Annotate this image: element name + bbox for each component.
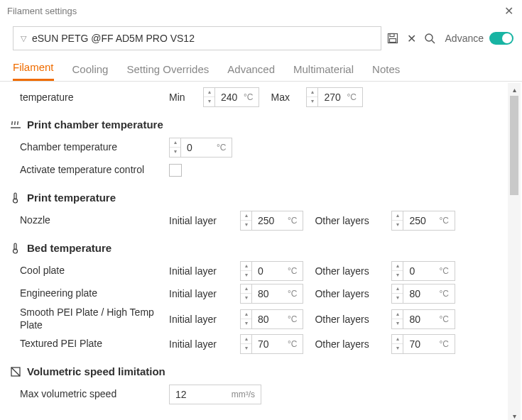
svg-rect-1 — [390, 34, 394, 37]
smooth-plate-label: Smooth PEI Plate / High Temp Plate — [20, 306, 169, 331]
svg-line-4 — [432, 40, 435, 43]
smooth-initial-input[interactable]: ▴▾80°C — [240, 309, 303, 329]
cool-initial-input[interactable]: ▴▾0°C — [240, 261, 303, 281]
section-print-temp-title: Print temperature — [27, 192, 116, 204]
max-vol-label: Max volumetric speed — [20, 388, 169, 401]
tab-notes[interactable]: Notes — [372, 63, 400, 81]
advance-toggle[interactable] — [489, 32, 513, 45]
advance-label: Advance — [445, 33, 484, 44]
eng-other-input[interactable]: ▴▾80°C — [391, 284, 455, 304]
cool-plate-label: Cool plate — [20, 265, 169, 277]
svg-rect-2 — [389, 39, 396, 43]
preset-dropdown[interactable]: ▽ eSUN PETG @FF AD5M PRO VS12 — [13, 26, 381, 50]
tabs: Filament Cooling Setting Overrides Advan… — [0, 59, 522, 82]
tab-advanced[interactable]: Advanced — [227, 63, 275, 81]
save-icon[interactable] — [387, 33, 400, 44]
search-icon[interactable] — [424, 33, 437, 44]
cool-other-input[interactable]: ▴▾0°C — [391, 261, 455, 281]
nozzle-label: Nozzle — [20, 214, 169, 227]
volumetric-icon — [10, 367, 21, 377]
other-layers-label: Other layers — [315, 215, 380, 226]
max-vol-input[interactable]: 12 mm³/s — [169, 385, 261, 404]
thermometer-icon — [10, 192, 21, 204]
recommended-min-input[interactable]: ▴▾ 240 °C — [203, 87, 259, 107]
initial-layer-label: Initial layer — [169, 215, 229, 226]
chamber-temp-input[interactable]: ▴▾ 0 °C — [169, 138, 232, 158]
recommended-max-input[interactable]: ▴▾ 270 °C — [306, 87, 362, 107]
section-volumetric-title: Volumetric speed limitation — [27, 365, 165, 377]
activate-temp-label: Activate temperature control — [20, 164, 169, 177]
delete-icon[interactable]: ✕ — [406, 32, 418, 45]
bed-thermometer-icon — [10, 243, 21, 254]
recommended-nozzle-label-cut: temperature — [20, 92, 169, 104]
tab-multimaterial[interactable]: Multimaterial — [293, 63, 354, 81]
tex-initial-input[interactable]: ▴▾70°C — [240, 334, 303, 354]
chamber-temp-label: Chamber temperature — [20, 141, 169, 154]
engineering-plate-label: Engineering plate — [20, 287, 169, 300]
scroll-up-icon[interactable]: ▴ — [508, 83, 521, 96]
section-bed-title: Bed temperature — [27, 242, 112, 254]
textured-plate-label: Textured PEI Plate — [20, 338, 169, 350]
tex-other-input[interactable]: ▴▾70°C — [391, 334, 455, 354]
eng-initial-input[interactable]: ▴▾80°C — [240, 284, 303, 304]
max-label: Max — [271, 92, 295, 103]
chevron-down-icon: ▽ — [21, 34, 26, 43]
chamber-heat-icon — [10, 120, 21, 130]
activate-temp-checkbox[interactable] — [169, 164, 182, 177]
tab-cooling[interactable]: Cooling — [72, 63, 109, 81]
section-chamber-title: Print chamber temperature — [27, 118, 163, 131]
scroll-thumb[interactable] — [510, 96, 518, 195]
svg-point-3 — [425, 34, 433, 41]
tab-setting-overrides[interactable]: Setting Overrides — [126, 63, 209, 81]
preset-name: eSUN PETG @FF AD5M PRO VS12 — [32, 33, 195, 44]
nozzle-other-input[interactable]: ▴▾250°C — [391, 211, 455, 231]
vertical-scrollbar[interactable]: ▴ ▾ — [508, 83, 521, 420]
smooth-other-input[interactable]: ▴▾80°C — [391, 309, 455, 329]
window-title: Filament settings — [7, 6, 77, 16]
nozzle-initial-input[interactable]: ▴▾250°C — [240, 211, 303, 231]
window-close-icon[interactable]: ✕ — [504, 4, 513, 18]
min-label: Min — [169, 92, 192, 103]
svg-line-11 — [11, 368, 20, 376]
tab-filament[interactable]: Filament — [13, 61, 54, 81]
scroll-down-icon[interactable]: ▾ — [508, 409, 521, 420]
